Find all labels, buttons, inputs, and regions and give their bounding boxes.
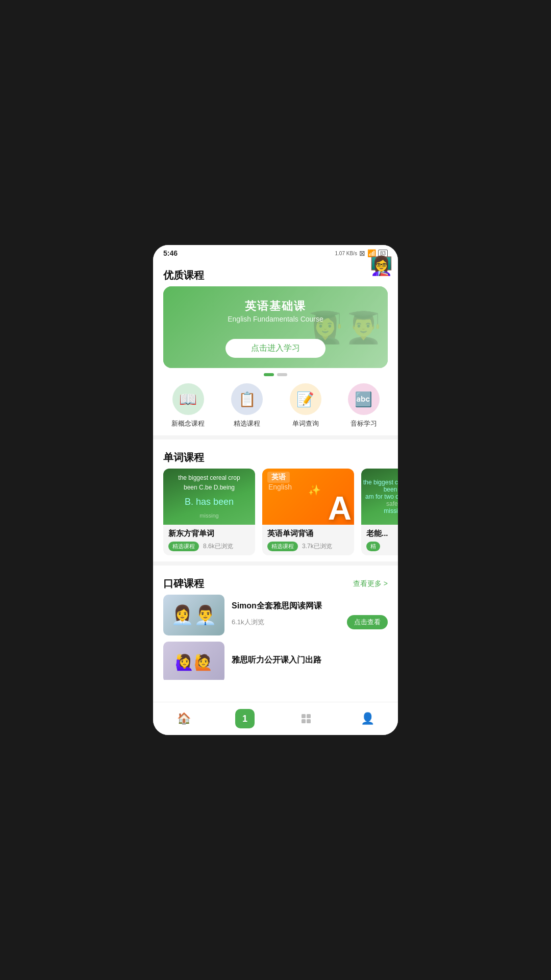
banner-dots [153, 373, 398, 376]
selected-label: 精选课程 [234, 419, 260, 428]
selected-icon: 📋 [238, 391, 256, 408]
banner-dot-1 [264, 373, 274, 376]
course-card-xdf[interactable]: the biggest cereal crop been C.be D.bein… [163, 469, 255, 555]
english-words-views: 3.7k已浏览 [302, 542, 332, 551]
phonetics-icon: 🔤 [355, 391, 372, 408]
section-divider-1 [153, 435, 398, 439]
network-speed: 1.07 KB/s [335, 251, 357, 256]
laoneng-meta: 精 [366, 542, 398, 551]
xdf-card-image: the biggest cereal crop been C.be D.bein… [163, 469, 255, 525]
xdf-card-info: 新东方背单词 精选课程 8.6k已浏览 [163, 525, 255, 555]
category-phonetics[interactable]: 🔤 音标学习 [348, 383, 380, 428]
word-courses-scroll[interactable]: the biggest cereal crop been C.be D.bein… [153, 469, 398, 555]
course-banner[interactable]: 👩‍🎓👨‍🎓 英语基础课 English Fundamentals Course… [163, 286, 388, 368]
reputation-section-header: 口碑课程 查看更多 > [153, 570, 398, 595]
ielts-listening-image: 🙋‍♀️🙋 [163, 642, 224, 680]
simon-card-info: Simon全套雅思阅读网课 6.1k人浏览 点击查看 [232, 601, 388, 630]
phone-frame: 5:46 1.07 KB/s ⊠ 📶 83 优质课程 👩‍🎓👨‍🎓 [138, 245, 413, 735]
nav-item-profile[interactable]: 👤 [337, 709, 398, 728]
quality-courses-title: 优质课程 [153, 261, 398, 286]
word-lookup-icon: 📝 [296, 391, 314, 408]
banner-dot-2 [277, 373, 287, 376]
signal-icon: ⊠ [359, 249, 365, 257]
category-new-concept[interactable]: 📖 新概念课程 [171, 383, 205, 428]
english-words-card-info: 英语单词背诵 精选课程 3.7k已浏览 [262, 525, 354, 555]
svg-rect-2 [302, 719, 306, 723]
category-row: 📖 新概念课程 📋 精选课程 📝 单词查询 [153, 378, 398, 431]
phone-screen: 5:46 1.07 KB/s ⊠ 📶 83 优质课程 👩‍🎓👨‍🎓 [153, 245, 398, 735]
new-concept-icon: 📖 [179, 391, 197, 408]
laoneng-card-info: 老能... 精 [361, 525, 398, 555]
word-lookup-icon-circle: 📝 [290, 383, 321, 415]
simon-views: 6.1k人浏览 [232, 618, 264, 627]
new-concept-label: 新概念课程 [171, 419, 205, 428]
banner-title-en: English Fundamentals Course [163, 315, 388, 323]
simon-card-meta: 6.1k人浏览 点击查看 [232, 615, 388, 629]
xdf-card-meta: 精选课程 8.6k已浏览 [168, 542, 250, 551]
profile-icon: 👤 [358, 709, 377, 728]
course-card-laoneng[interactable]: the biggest cereal crop been D. am for t… [361, 469, 398, 555]
word-lookup-label: 单词查询 [292, 419, 319, 428]
xdf-views: 8.6k已浏览 [203, 542, 233, 551]
xdf-card-title: 新东方背单词 [168, 529, 250, 538]
ielts-listening-title: 雅思听力公开课入门出路 [232, 655, 388, 666]
status-time: 5:46 [163, 249, 178, 257]
nav-item-home[interactable]: 🏠 [153, 709, 214, 728]
simon-card-image: 👩‍💼👨‍💼 [163, 595, 224, 635]
nav-item-courses[interactable]: 1 [214, 709, 276, 728]
phonetics-label: 音标学习 [350, 419, 377, 428]
xdf-tag: 精选课程 [168, 542, 199, 551]
category-selected[interactable]: 📋 精选课程 [231, 383, 263, 428]
category-word-lookup[interactable]: 📝 单词查询 [290, 383, 321, 428]
scroll-content[interactable]: 优质课程 👩‍🎓👨‍🎓 英语基础课 English Fundamentals C… [153, 261, 398, 680]
svg-rect-0 [302, 714, 306, 718]
reputation-card-ielts-listening[interactable]: 🙋‍♀️🙋 雅思听力公开课入门出路 [163, 642, 388, 680]
english-words-meta: 精选课程 3.7k已浏览 [267, 542, 349, 551]
bottom-nav: 🏠 1 👤 [153, 702, 398, 735]
banner-text: 英语基础课 English Fundamentals Course [163, 299, 388, 323]
svg-rect-1 [307, 714, 311, 718]
banner-title-cn: 英语基础课 [163, 299, 388, 314]
selected-icon-circle: 📋 [231, 383, 263, 415]
categories-icon [296, 709, 316, 728]
english-words-card-image: 英语 English A ✨ [262, 469, 354, 525]
english-words-title: 英语单词背诵 [267, 529, 349, 538]
phonetics-icon-circle: 🔤 [348, 383, 380, 415]
courses-icon: 1 [235, 709, 255, 728]
laoneng-tag: 精 [366, 542, 380, 551]
reputation-card-simon[interactable]: 👩‍💼👨‍💼 Simon全套雅思阅读网课 6.1k人浏览 点击查看 [163, 595, 388, 635]
english-words-tag: 精选课程 [267, 542, 298, 551]
course-card-english-words[interactable]: 英语 English A ✨ 英语单词背诵 精选课程 3.7k已浏览 [262, 469, 354, 555]
section-divider-2 [153, 561, 398, 566]
home-icon: 🏠 [174, 709, 193, 728]
view-more-link[interactable]: 查看更多 > [353, 579, 388, 589]
ielts-listening-info: 雅思听力公开课入门出路 [232, 655, 388, 670]
word-courses-title: 单词课程 [153, 444, 398, 469]
reputation-courses-title: 口碑课程 [163, 577, 204, 591]
laoneng-card-image: the biggest cereal crop been D. am for t… [361, 469, 398, 525]
banner-enter-button[interactable]: 点击进入学习 [226, 339, 325, 358]
simon-view-button[interactable]: 点击查看 [347, 615, 388, 629]
new-concept-icon-circle: 📖 [172, 383, 204, 415]
simon-card-title: Simon全套雅思阅读网课 [232, 601, 388, 611]
status-bar: 5:46 1.07 KB/s ⊠ 📶 83 [153, 245, 398, 261]
nav-item-categories[interactable] [276, 709, 337, 728]
svg-rect-3 [307, 719, 311, 723]
laoneng-title: 老能... [366, 529, 398, 538]
